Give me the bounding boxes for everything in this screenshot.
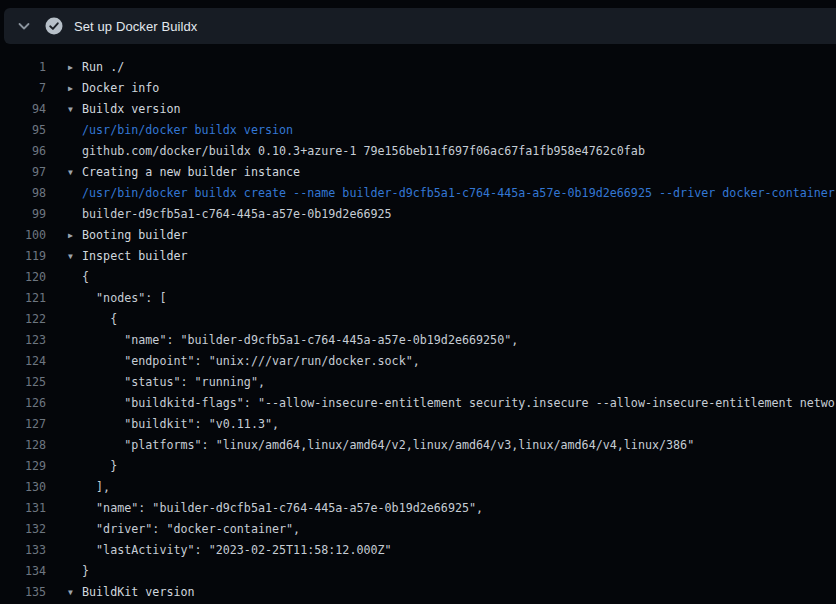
log-line: 98/usr/bin/docker buildx create --name b…	[0, 183, 836, 204]
log-line: 129 }	[0, 456, 836, 477]
line-number[interactable]: 128	[0, 435, 46, 456]
line-text: "buildkit": "v0.11.3",	[82, 414, 279, 435]
line-text: "nodes": [	[82, 288, 166, 309]
marker-spacer	[68, 540, 82, 561]
log-line: 127 "buildkit": "v0.11.3",	[0, 414, 836, 435]
log-line: 99builder-d9cfb5a1-c764-445a-a57e-0b19d2…	[0, 204, 836, 225]
marker-spacer	[68, 267, 82, 288]
line-number[interactable]: 127	[0, 414, 46, 435]
log-line: 120{	[0, 267, 836, 288]
line-text: /usr/bin/docker buildx create --name bui…	[82, 183, 835, 204]
line-text: /usr/bin/docker buildx version	[82, 120, 293, 141]
log-group-line[interactable]: 94▼Buildx version	[0, 99, 836, 120]
line-number[interactable]: 130	[0, 477, 46, 498]
log-line: 133 "lastActivity": "2023-02-25T11:58:12…	[0, 540, 836, 561]
log-group-line[interactable]: 135▼BuildKit version	[0, 582, 836, 603]
line-text: "buildkitd-flags": "--allow-insecure-ent…	[82, 393, 836, 414]
log-group-line[interactable]: 119▼Inspect builder	[0, 246, 836, 267]
line-number[interactable]: 94	[0, 99, 46, 120]
line-text: Creating a new builder instance	[82, 162, 300, 183]
line-number[interactable]: 99	[0, 204, 46, 225]
line-number[interactable]: 100	[0, 225, 46, 246]
line-number[interactable]: 7	[0, 78, 46, 99]
log-line: 95/usr/bin/docker buildx version	[0, 120, 836, 141]
line-number[interactable]: 124	[0, 351, 46, 372]
line-text: Docker info	[82, 78, 159, 99]
line-text: }	[82, 561, 89, 582]
line-text: Buildx version	[82, 99, 181, 120]
group-expand-icon: ▶	[68, 225, 82, 246]
group-collapse-icon: ▼	[68, 99, 82, 120]
line-number[interactable]: 131	[0, 498, 46, 519]
marker-spacer	[68, 288, 82, 309]
line-number[interactable]: 119	[0, 246, 46, 267]
line-text: Booting builder	[82, 225, 188, 246]
line-number[interactable]: 97	[0, 162, 46, 183]
line-text: builder-d9cfb5a1-c764-445a-a57e-0b19d2e6…	[82, 204, 392, 225]
marker-spacer	[68, 435, 82, 456]
line-number[interactable]: 95	[0, 120, 46, 141]
line-text: "lastActivity": "2023-02-25T11:58:12.000…	[82, 540, 392, 561]
line-number[interactable]: 129	[0, 456, 46, 477]
log-line: 123 "name": "builder-d9cfb5a1-c764-445a-…	[0, 330, 836, 351]
line-number[interactable]: 126	[0, 393, 46, 414]
line-text: BuildKit version	[82, 582, 195, 603]
line-text: ],	[82, 477, 110, 498]
chevron-down-icon	[16, 18, 32, 34]
line-number[interactable]: 121	[0, 288, 46, 309]
line-text: "name": "builder-d9cfb5a1-c764-445a-a57e…	[82, 330, 518, 351]
marker-spacer	[68, 561, 82, 582]
marker-spacer	[68, 309, 82, 330]
marker-spacer	[68, 372, 82, 393]
line-number[interactable]: 1	[0, 57, 46, 78]
marker-spacer	[68, 183, 82, 204]
group-expand-icon: ▶	[68, 57, 82, 78]
line-text: Run ./	[82, 57, 124, 78]
marker-spacer	[68, 351, 82, 372]
line-text: github.com/docker/buildx 0.10.3+azure-1 …	[82, 141, 645, 162]
line-number[interactable]: 132	[0, 519, 46, 540]
line-number[interactable]: 122	[0, 309, 46, 330]
log-line: 130 ],	[0, 477, 836, 498]
log-view[interactable]: 1▶Run ./7▶Docker info94▼Buildx version95…	[0, 44, 836, 604]
group-collapse-icon: ▼	[68, 246, 82, 267]
line-text: "platforms": "linux/amd64,linux/amd64/v2…	[82, 435, 694, 456]
marker-spacer	[68, 414, 82, 435]
line-number[interactable]: 123	[0, 330, 46, 351]
line-text: Inspect builder	[82, 246, 188, 267]
log-line: 128 "platforms": "linux/amd64,linux/amd6…	[0, 435, 836, 456]
log-line: 96github.com/docker/buildx 0.10.3+azure-…	[0, 141, 836, 162]
log-group-line[interactable]: 100▶Booting builder	[0, 225, 836, 246]
marker-spacer	[68, 204, 82, 225]
line-number[interactable]: 133	[0, 540, 46, 561]
line-number[interactable]: 135	[0, 582, 46, 603]
log-group-line[interactable]: 97▼Creating a new builder instance	[0, 162, 836, 183]
actions-log-viewer: Set up Docker Buildx 1▶Run ./7▶Docker in…	[0, 0, 836, 604]
marker-spacer	[68, 477, 82, 498]
line-text: "endpoint": "unix:///var/run/docker.sock…	[82, 351, 420, 372]
marker-spacer	[68, 120, 82, 141]
log-line: 122 {	[0, 309, 836, 330]
log-line: 125 "status": "running",	[0, 372, 836, 393]
line-number[interactable]: 134	[0, 561, 46, 582]
group-collapse-icon: ▼	[68, 582, 82, 603]
log-group-line[interactable]: 1▶Run ./	[0, 57, 836, 78]
line-number[interactable]: 125	[0, 372, 46, 393]
line-text: {	[82, 267, 89, 288]
line-number[interactable]: 96	[0, 141, 46, 162]
log-line: 131 "name": "builder-d9cfb5a1-c764-445a-…	[0, 498, 836, 519]
log-group-line[interactable]: 7▶Docker info	[0, 78, 836, 99]
line-number[interactable]: 98	[0, 183, 46, 204]
log-line: 132 "driver": "docker-container",	[0, 519, 836, 540]
line-text: {	[82, 309, 117, 330]
step-title: Set up Docker Buildx	[74, 19, 197, 34]
log-line: 126 "buildkitd-flags": "--allow-insecure…	[0, 393, 836, 414]
log-line: 124 "endpoint": "unix:///var/run/docker.…	[0, 351, 836, 372]
group-collapse-icon: ▼	[68, 162, 82, 183]
marker-spacer	[68, 498, 82, 519]
marker-spacer	[68, 393, 82, 414]
line-number[interactable]: 120	[0, 267, 46, 288]
step-header[interactable]: Set up Docker Buildx	[4, 8, 836, 44]
log-line: 121 "nodes": [	[0, 288, 836, 309]
marker-spacer	[68, 519, 82, 540]
